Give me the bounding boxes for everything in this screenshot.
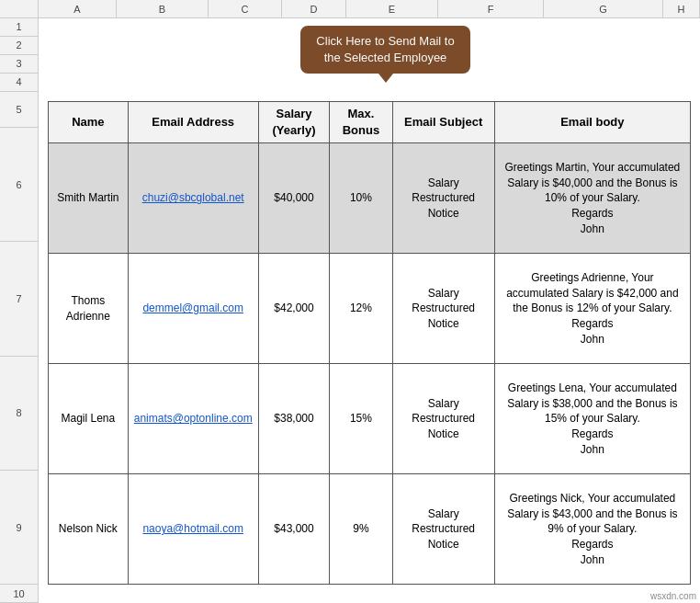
cell-email[interactable]: naoya@hotmail.com bbox=[128, 474, 258, 585]
spreadsheet: A B C D E F G H 1 2 3 4 5 6 7 8 9 10 Cli… bbox=[0, 0, 700, 603]
cell-email[interactable]: chuzi@sbcglobal.net bbox=[128, 143, 258, 254]
row-col-area: 1 2 3 4 5 6 7 8 9 10 Click Here to Send … bbox=[0, 18, 700, 603]
cell-bonus: 9% bbox=[330, 474, 392, 585]
cell-name: Smith Martin bbox=[49, 143, 129, 254]
cell-bonus: 15% bbox=[330, 364, 392, 474]
row-num-7: 7 bbox=[0, 242, 38, 356]
cell-name: Nelson Nick bbox=[49, 474, 129, 585]
email-link[interactable]: chuzi@sbcglobal.net bbox=[142, 191, 244, 204]
row-num-9: 9 bbox=[0, 471, 38, 585]
th-subject: Email Subject bbox=[392, 102, 494, 143]
th-bonus: Max. Bonus bbox=[330, 102, 392, 143]
cell-salary: $40,000 bbox=[258, 143, 330, 254]
table-row: Smith Martinchuzi@sbcglobal.net$40,00010… bbox=[49, 143, 691, 254]
cell-subject: Salary Restructured Notice bbox=[392, 143, 494, 254]
th-salary: Salary (Yearly) bbox=[258, 102, 330, 143]
cell-salary: $43,000 bbox=[258, 474, 330, 585]
row-num-6: 6 bbox=[0, 128, 38, 242]
row-numbers: 1 2 3 4 5 6 7 8 9 10 bbox=[0, 18, 39, 603]
table-row: Thoms Adriennedemmel@gmail.com$42,00012%… bbox=[49, 254, 691, 364]
row-num-3: 3 bbox=[0, 55, 38, 74]
watermark: wsxdn.com bbox=[650, 591, 696, 601]
send-mail-button[interactable]: Click Here to Send Mail to the Selected … bbox=[300, 26, 470, 74]
email-link[interactable]: demmel@gmail.com bbox=[142, 302, 243, 314]
cell-bonus: 12% bbox=[330, 254, 392, 364]
cell-salary: $42,000 bbox=[258, 254, 330, 364]
cell-body: Greetings Martin, Your accumulated Salar… bbox=[494, 143, 690, 254]
col-header-c: C bbox=[209, 0, 282, 17]
cell-salary: $38,000 bbox=[258, 364, 330, 474]
col-header-g: G bbox=[544, 0, 663, 17]
cell-email[interactable]: demmel@gmail.com bbox=[128, 254, 258, 364]
col-header-a: A bbox=[39, 0, 117, 17]
th-name: Name bbox=[49, 102, 129, 143]
cell-subject: Salary Restructured Notice bbox=[392, 254, 494, 364]
cell-name: Thoms Adrienne bbox=[49, 254, 129, 364]
col-header-e: E bbox=[346, 0, 438, 17]
cell-subject: Salary Restructured Notice bbox=[392, 364, 494, 474]
row-num-1: 1 bbox=[0, 18, 38, 37]
col-header-h: H bbox=[663, 0, 700, 17]
cell-body: Greetings Lena, Your accumulated Salary … bbox=[494, 364, 690, 474]
th-body: Email body bbox=[494, 102, 690, 143]
cell-body: Greetings Adrienne, Your accumulated Sal… bbox=[494, 254, 690, 364]
col-header-b: B bbox=[117, 0, 209, 17]
table-row: Nelson Nicknaoya@hotmail.com$43,0009%Sal… bbox=[49, 474, 691, 585]
table-row: Magil Lenaanimats@optonline.com$38,00015… bbox=[49, 364, 691, 474]
table-header-row: Name Email Address Salary (Yearly) Max. … bbox=[49, 102, 691, 143]
cell-body: Greetings Nick, Your accumulated Salary … bbox=[494, 474, 690, 585]
main-spreadsheet-area: Click Here to Send Mail to the Selected … bbox=[39, 18, 700, 603]
col-header-d: D bbox=[282, 0, 346, 17]
email-link[interactable]: naoya@hotmail.com bbox=[142, 522, 243, 535]
row-num-10: 10 bbox=[0, 585, 38, 603]
email-link[interactable]: animats@optonline.com bbox=[134, 412, 253, 425]
cell-bonus: 10% bbox=[330, 143, 392, 254]
row-num-8: 8 bbox=[0, 357, 38, 471]
row-num-2: 2 bbox=[0, 37, 38, 55]
th-email: Email Address bbox=[128, 102, 258, 143]
cell-name: Magil Lena bbox=[49, 364, 129, 474]
cell-email[interactable]: animats@optonline.com bbox=[128, 364, 258, 474]
cell-subject: Salary Restructured Notice bbox=[392, 474, 494, 585]
col-headers: A B C D E F G H bbox=[0, 0, 700, 18]
col-header-f: F bbox=[438, 0, 544, 17]
corner-cell bbox=[0, 0, 39, 17]
row-num-5: 5 bbox=[0, 92, 38, 129]
row-num-4: 4 bbox=[0, 74, 38, 92]
employee-table: Name Email Address Salary (Yearly) Max. … bbox=[48, 101, 691, 585]
